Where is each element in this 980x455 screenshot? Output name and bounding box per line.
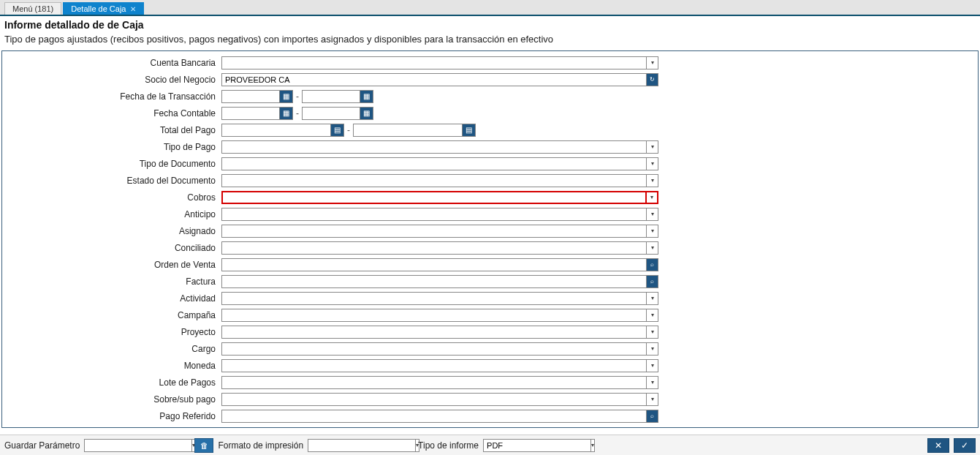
calendar-icon[interactable]: ▦: [280, 107, 293, 120]
chevron-down-icon[interactable]: ▾: [647, 191, 658, 204]
campana-input[interactable]: [221, 309, 647, 322]
chevron-down-icon[interactable]: ▾: [647, 309, 658, 322]
chevron-down-icon[interactable]: ▾: [647, 140, 658, 154]
page-title: Informe detallado de de Caja: [0, 16, 980, 32]
calculator-icon[interactable]: ▤: [331, 124, 344, 137]
cancel-button[interactable]: ✕: [927, 438, 949, 453]
tipo-pago-input[interactable]: [221, 140, 647, 154]
sobre-sub-pago-input[interactable]: [221, 393, 647, 406]
lookup-icon[interactable]: ⌕: [647, 258, 658, 271]
chevron-down-icon[interactable]: ▾: [647, 157, 658, 170]
cobros-input[interactable]: [221, 191, 647, 204]
label-pago-referido: Pago Referido: [2, 411, 221, 421]
cuenta-bancaria-input[interactable]: [221, 56, 647, 69]
calendar-icon[interactable]: ▦: [280, 90, 293, 103]
label-asignado: Asignado: [2, 226, 221, 236]
chevron-down-icon[interactable]: ▾: [647, 225, 658, 238]
delete-button[interactable]: 🗑: [194, 438, 213, 453]
label-factura: Factura: [2, 277, 221, 287]
calculator-icon[interactable]: ▤: [463, 124, 476, 137]
fecha-trans-from-input[interactable]: [221, 90, 280, 103]
label-cuenta-bancaria: Cuenta Bancaria: [2, 58, 221, 68]
label-tipo-informe: Tipo de informe: [418, 440, 479, 451]
total-pago-to-input[interactable]: [353, 124, 463, 137]
chevron-down-icon[interactable]: ▾: [647, 342, 658, 356]
conciliado-input[interactable]: [221, 241, 647, 255]
chevron-down-icon[interactable]: ▾: [647, 174, 658, 187]
chevron-down-icon[interactable]: ▾: [647, 359, 658, 372]
label-conciliado: Conciliado: [2, 243, 221, 253]
close-icon[interactable]: ✕: [130, 5, 136, 13]
label-proyecto: Proyecto: [2, 327, 221, 337]
page-subtitle: Tipo de pagos ajustados (recibos positiv…: [0, 32, 980, 49]
footer-toolbar: Guardar Parámetro ▾ 🗑 Formato de impresi…: [0, 435, 980, 455]
tipo-informe-input[interactable]: [483, 439, 591, 452]
label-tipo-pago: Tipo de Pago: [2, 142, 221, 152]
label-moneda: Moneda: [2, 361, 221, 371]
label-lote-pagos: Lote de Pagos: [2, 377, 221, 388]
fecha-cont-from-input[interactable]: [221, 107, 280, 120]
tab-detalle-caja[interactable]: Detalle de Caja ✕: [63, 2, 144, 15]
label-sobre-sub-pago: Sobre/sub pago: [2, 394, 221, 405]
label-cargo: Cargo: [2, 344, 221, 354]
label-guardar-parametro: Guardar Parámetro: [4, 440, 80, 451]
label-estado-documento: Estado del Documento: [2, 176, 221, 186]
tab-bar: Menú (181) Detalle de Caja ✕: [0, 0, 980, 16]
lookup-icon[interactable]: ⌕: [647, 410, 658, 423]
chevron-down-icon[interactable]: ▾: [647, 56, 658, 69]
lote-pagos-input[interactable]: [221, 376, 647, 389]
moneda-input[interactable]: [221, 359, 647, 372]
chevron-down-icon[interactable]: ▾: [591, 439, 595, 452]
chevron-down-icon[interactable]: ▾: [647, 292, 658, 305]
ok-button[interactable]: ✓: [954, 438, 976, 453]
chevron-down-icon[interactable]: ▾: [647, 326, 658, 339]
estado-documento-input[interactable]: [221, 174, 647, 187]
label-formato-impresion: Formato de impresión: [218, 440, 303, 451]
label-actividad: Actividad: [2, 293, 221, 304]
pago-referido-input[interactable]: [221, 410, 647, 423]
chevron-down-icon[interactable]: ▾: [647, 241, 658, 255]
anticipo-input[interactable]: [221, 208, 647, 221]
label-fecha-transaccion: Fecha de la Transacción: [2, 91, 221, 102]
label-fecha-contable: Fecha Contable: [2, 108, 221, 119]
tab-detalle-label: Detalle de Caja: [71, 4, 126, 13]
tab-menu[interactable]: Menú (181): [4, 2, 61, 15]
label-socio-negocio: Socio del Negocio: [2, 75, 221, 85]
guardar-parametro-input[interactable]: [84, 439, 192, 452]
lookup-icon[interactable]: ⌕: [647, 275, 658, 288]
socio-negocio-input[interactable]: [221, 73, 647, 86]
proyecto-input[interactable]: [221, 326, 647, 339]
chevron-down-icon[interactable]: ▾: [647, 393, 658, 406]
label-cobros: Cobros: [2, 192, 221, 203]
asignado-input[interactable]: [221, 225, 647, 238]
label-tipo-documento: Tipo de Documento: [2, 159, 221, 169]
label-total-pago: Total del Pago: [2, 125, 221, 135]
tab-menu-label: Menú (181): [12, 4, 53, 13]
tipo-documento-input[interactable]: [221, 157, 647, 170]
label-anticipo: Anticipo: [2, 209, 221, 219]
form-scroll-area[interactable]: Cuenta Bancaria ▾ Socio del Negocio ↻ Fe…: [1, 50, 979, 428]
total-pago-from-input[interactable]: [221, 124, 331, 137]
formato-impresion-input[interactable]: [308, 439, 416, 452]
cargo-input[interactable]: [221, 342, 647, 356]
orden-venta-input[interactable]: [221, 258, 647, 271]
chevron-down-icon[interactable]: ▾: [647, 376, 658, 389]
factura-input[interactable]: [221, 275, 647, 288]
chevron-down-icon[interactable]: ▾: [647, 208, 658, 221]
actividad-input[interactable]: [221, 292, 647, 305]
fecha-trans-to-input[interactable]: [302, 90, 360, 103]
fecha-cont-to-input[interactable]: [302, 107, 360, 120]
calendar-icon[interactable]: ▦: [360, 90, 373, 103]
label-orden-venta: Orden de Venta: [2, 260, 221, 270]
refresh-icon[interactable]: ↻: [647, 73, 658, 86]
label-campana: Campaña: [2, 310, 221, 320]
calendar-icon[interactable]: ▦: [360, 107, 373, 120]
